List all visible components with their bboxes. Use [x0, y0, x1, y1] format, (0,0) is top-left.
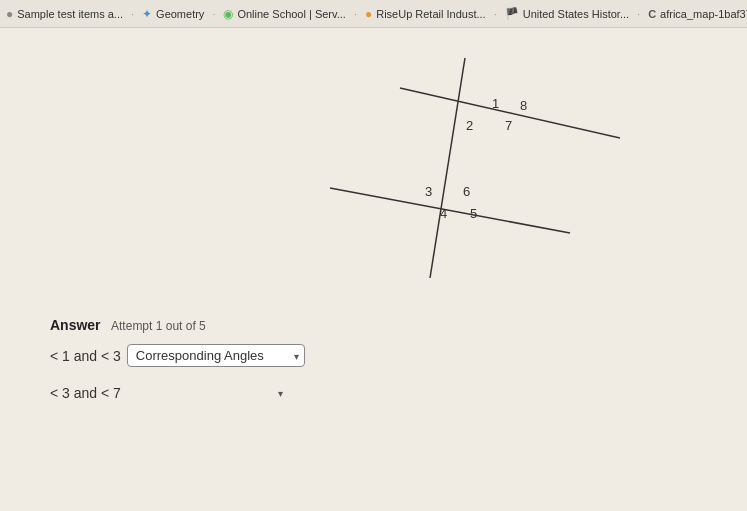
browser-tab-bar: ● Sample test items a... · ✦ Geometry · …: [0, 0, 747, 28]
second-dropdown-wrapper: Corresponding Angles Alternate Interior …: [127, 385, 283, 401]
first-row-prefix: < 1 and < 3: [50, 348, 121, 364]
svg-text:3: 3: [425, 184, 432, 199]
second-row-prefix: < 3 and < 7: [50, 385, 121, 401]
answer-header: Answer Attempt 1 out of 5: [50, 316, 305, 334]
tab-riseup[interactable]: ● RiseUp Retail Indust...: [365, 7, 486, 21]
geometry-svg: 1 2 7 8 3 6 4 5: [270, 58, 620, 278]
tab-africa-map[interactable]: C africa_map-1baf373...: [648, 8, 747, 20]
tab-riseup-label: RiseUp Retail Indust...: [376, 8, 485, 20]
second-angle-dropdown[interactable]: Corresponding Angles Alternate Interior …: [127, 386, 283, 401]
tab-sample-label: Sample test items a...: [17, 8, 123, 20]
tab-geometry-icon: ✦: [142, 7, 152, 21]
tab-riseup-icon: ●: [365, 7, 372, 21]
tab-geometry-label: Geometry: [156, 8, 204, 20]
tab-geometry[interactable]: ✦ Geometry: [142, 7, 204, 21]
attempt-label: Attempt 1 out of 5: [111, 319, 206, 333]
svg-line-2: [430, 58, 465, 278]
first-dropdown-wrapper: Corresponding Angles Alternate Interior …: [127, 344, 305, 367]
svg-text:6: 6: [463, 184, 470, 199]
tab-sample[interactable]: ● Sample test items a...: [6, 7, 123, 21]
tab-africa-map-label: africa_map-1baf373...: [660, 8, 747, 20]
svg-text:4: 4: [440, 206, 447, 221]
svg-text:2: 2: [466, 118, 473, 133]
tab-us-history[interactable]: 🏴 United States Histor...: [505, 7, 629, 20]
svg-text:8: 8: [520, 98, 527, 113]
tab-divider-4: ·: [494, 8, 497, 20]
first-answer-row: < 1 and < 3 Corresponding Angles Alterna…: [50, 344, 305, 367]
geometry-diagram: 1 2 7 8 3 6 4 5: [270, 58, 620, 278]
svg-line-1: [330, 188, 570, 233]
answer-label: Answer: [50, 317, 101, 333]
tab-online-school-label: Online School | Serv...: [237, 8, 345, 20]
answer-section: Answer Attempt 1 out of 5 < 1 and < 3 Co…: [50, 316, 305, 401]
tab-sample-icon: ●: [6, 7, 13, 21]
main-content: 1 2 7 8 3 6 4 5 Answer Attempt 1 out of …: [0, 28, 747, 511]
svg-text:5: 5: [470, 206, 477, 221]
svg-text:1: 1: [492, 96, 499, 111]
corresponding-angles-dropdown[interactable]: Corresponding Angles Alternate Interior …: [127, 344, 305, 367]
tab-divider-3: ·: [354, 8, 357, 20]
tab-us-history-icon: 🏴: [505, 7, 519, 20]
tab-divider-2: ·: [212, 8, 215, 20]
tab-us-history-label: United States Histor...: [523, 8, 629, 20]
tab-divider-5: ·: [637, 8, 640, 20]
tab-online-school[interactable]: ◉ Online School | Serv...: [223, 7, 345, 21]
tab-divider-1: ·: [131, 8, 134, 20]
second-answer-row: < 3 and < 7 Corresponding Angles Alterna…: [50, 385, 305, 401]
tab-africa-map-icon: C: [648, 8, 656, 20]
svg-text:7: 7: [505, 118, 512, 133]
tab-online-school-icon: ◉: [223, 7, 233, 21]
